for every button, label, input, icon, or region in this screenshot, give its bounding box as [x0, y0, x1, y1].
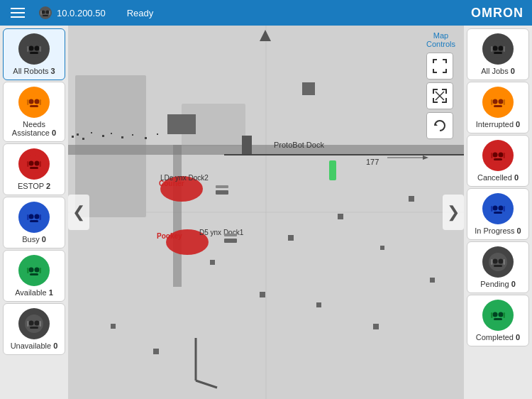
svg-rect-71	[504, 259, 506, 265]
svg-rect-21	[30, 167, 38, 169]
svg-rect-3	[43, 15, 48, 16]
svg-rect-47	[504, 46, 506, 52]
svg-rect-70	[491, 259, 493, 265]
map-scroll-right[interactable]: ❯	[443, 195, 464, 230]
sidebar-item-pending[interactable]: Pending 0	[467, 241, 529, 293]
svg-point-7	[29, 46, 34, 51]
all-jobs-label: All Jobs 0	[481, 67, 515, 75]
svg-rect-88	[72, 136, 74, 138]
svg-rect-33	[30, 273, 38, 275]
svg-text:Pookey: Pookey	[157, 232, 182, 240]
svg-rect-57	[494, 158, 502, 160]
sidebar-item-cancelled[interactable]: Cancelled 0	[467, 135, 529, 187]
svg-rect-17	[40, 99, 42, 105]
svg-rect-5	[49, 11, 50, 15]
svg-point-31	[29, 268, 34, 273]
refresh-button[interactable]	[426, 112, 453, 139]
svg-point-55	[493, 153, 498, 158]
fit-button[interactable]	[426, 53, 453, 80]
svg-point-50	[499, 99, 504, 104]
svg-point-37	[29, 321, 34, 326]
map-controls-label: MapControls	[426, 31, 455, 48]
svg-rect-45	[494, 52, 502, 54]
svg-rect-85	[167, 114, 196, 134]
svg-rect-39	[30, 327, 38, 329]
svg-rect-103	[316, 302, 321, 307]
sidebar-item-needs-assistance[interactable]: Needs Assistance 0	[3, 82, 65, 142]
svg-point-32	[35, 268, 40, 273]
svg-rect-35	[40, 268, 42, 273]
svg-rect-52	[491, 99, 493, 105]
svg-rect-95	[132, 134, 133, 136]
svg-rect-87	[302, 82, 315, 95]
svg-point-20	[35, 161, 40, 166]
map-area[interactable]: 177 ProtoBot Dock Courier LDe ynx Dock2 …	[68, 26, 464, 399]
pending-icon	[482, 246, 514, 278]
svg-text:D5 ynx Dock1: D5 ynx Dock1	[199, 229, 244, 236]
svg-point-1	[42, 11, 45, 14]
svg-point-25	[29, 214, 34, 219]
svg-rect-28	[27, 214, 29, 220]
sidebar-item-available[interactable]: Available 1	[3, 250, 65, 302]
svg-point-43	[493, 46, 498, 51]
svg-rect-104	[373, 324, 379, 329]
svg-point-38	[35, 321, 40, 326]
sidebar-item-completed[interactable]: Completed 0	[467, 295, 529, 346]
estop-label: ESTOP 2	[18, 182, 50, 190]
svg-rect-64	[491, 206, 493, 212]
svg-point-49	[493, 99, 498, 104]
svg-rect-22	[27, 161, 29, 167]
sidebar-item-in-progress[interactable]: In Progress 0	[467, 188, 529, 240]
svg-point-2	[46, 11, 50, 14]
available-icon	[18, 255, 50, 286]
svg-rect-123	[224, 239, 237, 243]
svg-text:177: 177	[366, 158, 379, 166]
right-sidebar: All Jobs 0 Interrupted 0	[464, 26, 532, 399]
svg-rect-97	[157, 133, 158, 135]
sidebar-item-busy[interactable]: Busy 0	[3, 197, 65, 248]
left-sidebar: All Robots 3 Needs Assistance 0	[0, 26, 68, 399]
svg-rect-29	[40, 214, 42, 220]
svg-rect-75	[494, 318, 502, 320]
svg-rect-114	[329, 160, 336, 180]
sidebar-item-unavailable[interactable]: Unavailable 0	[3, 303, 65, 355]
svg-rect-58	[491, 153, 493, 158]
svg-point-13	[29, 99, 34, 104]
header: 10.0.200.50 Ready OMRON	[0, 0, 532, 26]
estop-icon	[18, 148, 50, 180]
svg-rect-98	[288, 235, 294, 241]
completed-icon	[482, 300, 514, 331]
sidebar-item-all-jobs[interactable]: All Jobs 0	[467, 28, 529, 80]
svg-point-14	[35, 99, 40, 104]
in-progress-icon	[482, 193, 514, 224]
svg-rect-27	[30, 220, 38, 222]
svg-rect-100	[380, 246, 384, 250]
sidebar-item-all-robots[interactable]: All Robots 3	[3, 28, 65, 80]
menu-button[interactable]	[0, 0, 35, 26]
svg-rect-102	[430, 278, 435, 283]
map-scroll-left[interactable]: ❮	[68, 195, 89, 230]
svg-rect-89	[77, 133, 79, 136]
svg-rect-101	[409, 196, 414, 202]
svg-rect-23	[40, 161, 42, 167]
svg-rect-4	[40, 11, 42, 15]
interrupted-label: Interrupted 0	[476, 120, 520, 129]
sidebar-item-interrupted[interactable]: Interrupted 0	[467, 82, 529, 133]
svg-rect-53	[504, 99, 506, 105]
svg-rect-59	[504, 153, 506, 158]
svg-rect-118	[216, 190, 228, 195]
svg-rect-10	[27, 46, 29, 52]
svg-text:ProtoBot Dock: ProtoBot Dock	[274, 141, 324, 149]
svg-point-8	[35, 46, 40, 51]
fit2-button[interactable]	[426, 82, 453, 109]
svg-rect-41	[40, 321, 42, 327]
svg-rect-96	[145, 137, 147, 139]
svg-rect-69	[494, 265, 502, 267]
pending-label: Pending 0	[480, 280, 516, 288]
all-robots-label: All Robots 3	[13, 67, 55, 75]
cancelled-icon	[482, 140, 514, 171]
sidebar-item-estop[interactable]: ESTOP 2	[3, 143, 65, 195]
svg-rect-99	[338, 214, 343, 219]
connection-status: Ready	[127, 8, 154, 18]
svg-point-56	[499, 153, 504, 158]
